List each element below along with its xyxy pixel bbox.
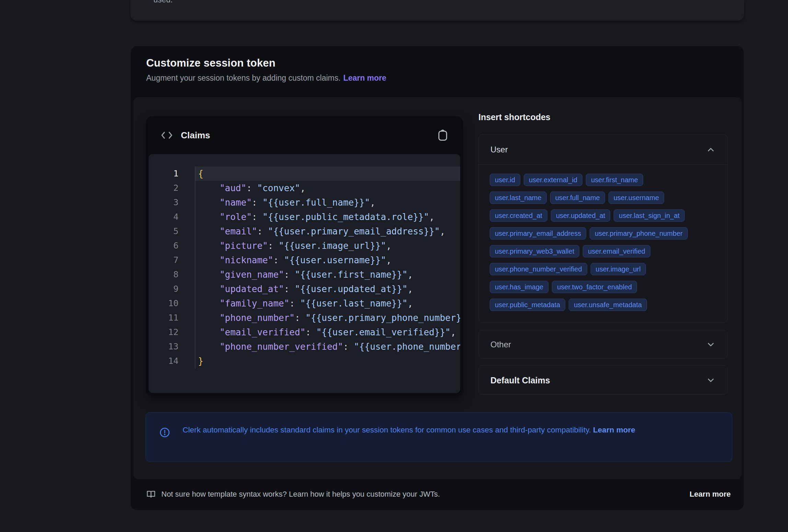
code-line[interactable]: 13 "phone_number_verified": "{{user.phon… bbox=[149, 339, 460, 354]
chip-row: user.primary_email_addressuser.primary_p… bbox=[490, 227, 716, 240]
claims-title: Claims bbox=[181, 130, 210, 141]
chip-row: user.has_imageuser.two_factor_enabled bbox=[490, 281, 716, 293]
line-content: "aud": "convex", bbox=[195, 181, 460, 195]
claims-editor-header: Claims bbox=[146, 116, 463, 154]
alert-circle-icon bbox=[160, 427, 170, 438]
code-line[interactable]: 7 "nickname": "{{user.username}}", bbox=[149, 253, 460, 267]
previous-section-card: used. bbox=[130, 0, 744, 21]
chevron-down-icon bbox=[706, 375, 716, 385]
subtitle-learn-more-link[interactable]: Learn more bbox=[343, 73, 386, 82]
code-line[interactable]: 12 "email_verified": "{{user.email_verif… bbox=[149, 325, 460, 339]
line-content: } bbox=[195, 354, 460, 368]
shortcode-chip-user-updated_at[interactable]: user.updated_at bbox=[551, 209, 610, 222]
code-line[interactable]: 6 "picture": "{{user.image_url}}", bbox=[149, 239, 460, 253]
shortcodes-default-claims-toggle[interactable]: Default Claims bbox=[479, 366, 727, 395]
line-number: 8 bbox=[149, 267, 195, 282]
chip-row: user.created_atuser.updated_atuser.last_… bbox=[490, 209, 716, 222]
code-line[interactable]: 1{ bbox=[149, 166, 460, 181]
claims-code-editor[interactable]: 1{2 "aud": "convex",3 "name": "{{user.fu… bbox=[149, 154, 460, 393]
line-number: 14 bbox=[149, 354, 195, 368]
shortcode-chip-user-last_sign_in_at[interactable]: user.last_sign_in_at bbox=[614, 209, 685, 222]
line-number: 11 bbox=[149, 311, 195, 325]
shortcodes-other-panel: Other bbox=[478, 330, 728, 359]
shortcodes-default-claims-panel: Default Claims bbox=[478, 365, 728, 395]
claims-editor-card: Claims 1{2 "aud": "convex",3 "name": "{{… bbox=[146, 116, 463, 396]
line-number: 3 bbox=[149, 195, 195, 210]
chip-row: user.public_metadatauser.unsafe_metadata bbox=[490, 299, 716, 311]
line-content: "email": "{{user.primary_email_address}}… bbox=[195, 224, 460, 239]
shortcode-chip-user-created_at[interactable]: user.created_at bbox=[490, 209, 547, 222]
line-number: 12 bbox=[149, 325, 195, 339]
shortcode-chip-user-unsafe_metadata[interactable]: user.unsafe_metadata bbox=[569, 299, 647, 311]
code-line[interactable]: 9 "updated_at": "{{user.updated_at}}", bbox=[149, 282, 460, 296]
shortcodes-user-toggle[interactable]: User bbox=[479, 135, 727, 165]
line-content: "role": "{{user.public_metadata.role}}", bbox=[195, 210, 460, 224]
card-footer: Not sure how template syntax works? Lear… bbox=[146, 486, 731, 502]
line-number: 7 bbox=[149, 253, 195, 267]
chevron-up-icon bbox=[706, 145, 716, 154]
shortcode-chip-user-id[interactable]: user.id bbox=[490, 174, 520, 186]
line-content: "nickname": "{{user.username}}", bbox=[195, 253, 460, 267]
code-brackets-icon bbox=[161, 131, 173, 139]
shortcodes-user-panel: User user.iduser.external_iduser.first_n… bbox=[478, 134, 728, 323]
shortcode-chip-user-full_name[interactable]: user.full_name bbox=[550, 192, 605, 204]
code-line[interactable]: 11 "phone_number": "{{user.primary_phone… bbox=[149, 311, 460, 325]
code-line[interactable]: 4 "role": "{{user.public_metadata.role}}… bbox=[149, 210, 460, 224]
banner-text: Clerk automatically includes standard cl… bbox=[183, 423, 663, 437]
chip-row: user.primary_web3_walletuser.email_verif… bbox=[490, 245, 716, 257]
shortcodes-other-toggle[interactable]: Other bbox=[479, 330, 727, 359]
line-content: "given_name": "{{user.first_name}}", bbox=[195, 267, 460, 282]
section-subtitle-text: Augment your session tokens by adding cu… bbox=[146, 73, 340, 82]
line-number: 6 bbox=[149, 239, 195, 253]
line-content: "email_verified": "{{user.email_verified… bbox=[195, 325, 460, 339]
line-number: 10 bbox=[149, 296, 195, 311]
page-background: used. Customize session token Augment yo… bbox=[0, 0, 788, 532]
chip-row: user.iduser.external_iduser.first_name bbox=[490, 174, 716, 186]
chip-row: user.last_nameuser.full_nameuser.usernam… bbox=[490, 192, 716, 204]
section-subtitle: Augment your session tokens by adding cu… bbox=[146, 73, 386, 83]
line-content: "phone_number_verified": "{{user.phone_n… bbox=[195, 339, 460, 354]
shortcode-chip-user-last_name[interactable]: user.last_name bbox=[490, 192, 547, 204]
shortcode-chips: user.iduser.external_iduser.first_nameus… bbox=[479, 165, 727, 325]
code-line[interactable]: 14} bbox=[149, 354, 460, 368]
shortcodes-default-claims-label: Default Claims bbox=[490, 375, 550, 385]
insert-shortcodes-title: Insert shortcodes bbox=[478, 112, 551, 122]
section-title: Customize session token bbox=[146, 57, 276, 69]
code-lines: 1{2 "aud": "convex",3 "name": "{{user.fu… bbox=[149, 166, 460, 368]
shortcode-chip-user-two_factor_enabled[interactable]: user.two_factor_enabled bbox=[552, 281, 637, 293]
code-line[interactable]: 2 "aud": "convex", bbox=[149, 181, 460, 195]
line-content: "family_name": "{{user.last_name}}", bbox=[195, 296, 460, 311]
shortcode-chip-user-image_url[interactable]: user.image_url bbox=[591, 263, 646, 275]
info-banner: Clerk automatically includes standard cl… bbox=[146, 412, 732, 462]
code-line[interactable]: 5 "email": "{{user.primary_email_address… bbox=[149, 224, 460, 239]
line-content: "picture": "{{user.image_url}}", bbox=[195, 239, 460, 253]
previous-section-clipped-text: used. bbox=[153, 0, 173, 4]
code-line[interactable]: 3 "name": "{{user.full_name}}", bbox=[149, 195, 460, 210]
line-number: 4 bbox=[149, 210, 195, 224]
copy-claims-icon[interactable] bbox=[438, 129, 448, 141]
banner-learn-more-link[interactable]: Learn more bbox=[593, 426, 635, 434]
footer-learn-more-link[interactable]: Learn more bbox=[690, 490, 731, 499]
shortcode-chip-user-primary_email_address[interactable]: user.primary_email_address bbox=[490, 227, 586, 240]
line-content: "name": "{{user.full_name}}", bbox=[195, 195, 460, 210]
shortcode-chip-user-external_id[interactable]: user.external_id bbox=[524, 174, 582, 186]
book-open-icon bbox=[146, 490, 156, 499]
banner-message: Clerk automatically includes standard cl… bbox=[183, 426, 591, 434]
code-line[interactable]: 10 "family_name": "{{user.last_name}}", bbox=[149, 296, 460, 311]
shortcode-chip-user-primary_web3_wallet[interactable]: user.primary_web3_wallet bbox=[490, 245, 579, 257]
shortcode-chip-user-primary_phone_number[interactable]: user.primary_phone_number bbox=[590, 227, 688, 240]
shortcode-chip-user-phone_number_verified[interactable]: user.phone_number_verified bbox=[490, 263, 587, 275]
footer-help-text: Not sure how template syntax works? Lear… bbox=[161, 490, 440, 499]
line-number: 13 bbox=[149, 339, 195, 354]
shortcode-chip-user-has_image[interactable]: user.has_image bbox=[490, 281, 548, 293]
shortcodes-user-label: User bbox=[490, 145, 508, 154]
shortcode-chip-user-username[interactable]: user.username bbox=[609, 192, 664, 204]
session-token-content-section: Claims 1{2 "aud": "convex",3 "name": "{{… bbox=[134, 97, 742, 479]
line-content: "updated_at": "{{user.updated_at}}", bbox=[195, 282, 460, 296]
shortcode-chip-user-first_name[interactable]: user.first_name bbox=[586, 174, 643, 186]
chevron-down-icon bbox=[706, 340, 716, 349]
shortcode-chip-user-public_metadata[interactable]: user.public_metadata bbox=[490, 299, 565, 311]
line-number: 2 bbox=[149, 181, 195, 195]
code-line[interactable]: 8 "given_name": "{{user.first_name}}", bbox=[149, 267, 460, 282]
shortcode-chip-user-email_verified[interactable]: user.email_verified bbox=[583, 245, 650, 257]
